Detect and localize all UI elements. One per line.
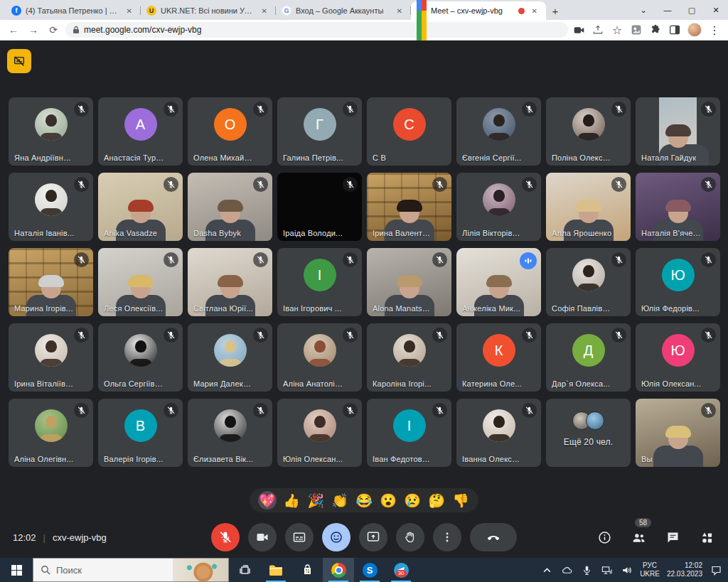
participant-tile[interactable]: ААнастасія Тург... — [98, 97, 183, 166]
browser-tab[interactable]: GВход – Google Аккаунты✕ — [276, 1, 411, 20]
reaction-button[interactable]: 👍 — [282, 491, 301, 510]
reaction-button[interactable]: 😮 — [379, 491, 397, 510]
tab-close-icon[interactable]: ✕ — [394, 6, 405, 16]
extensions-puzzle-icon[interactable] — [649, 23, 662, 36]
reactions-button[interactable] — [322, 523, 350, 551]
participant-tile[interactable]: Леся Олексіїв... — [98, 248, 183, 316]
more-options-button[interactable] — [433, 523, 461, 551]
participant-tile[interactable]: Марина Ігорів... — [9, 248, 93, 316]
reaction-button[interactable]: 💖 — [258, 491, 277, 510]
chrome-taskbar-button[interactable] — [323, 558, 354, 582]
onedrive-icon[interactable] — [560, 564, 573, 576]
raise-hand-button[interactable] — [396, 523, 424, 551]
telegram-taskbar-button[interactable]: 30 — [385, 558, 417, 582]
reaction-button[interactable]: 👎 — [451, 491, 470, 510]
people-button[interactable]: 58 — [630, 529, 647, 546]
media-camera-indicator-icon[interactable] — [572, 23, 585, 36]
participant-tile[interactable]: ЮЮлія Олексан... — [636, 323, 720, 392]
participant-tile[interactable]: Ірина Віталіївн... — [9, 323, 93, 392]
action-center-icon[interactable] — [710, 564, 722, 576]
presentation-blocked-chip[interactable] — [7, 49, 31, 73]
taskbar-search-input[interactable]: Поиск — [33, 558, 229, 582]
forward-button[interactable]: → — [26, 22, 41, 38]
skype-taskbar-button[interactable]: S — [354, 558, 385, 582]
present-button[interactable] — [359, 523, 387, 551]
extension-photos-icon[interactable] — [630, 23, 643, 36]
reaction-button[interactable]: 😢 — [403, 491, 422, 510]
volume-icon[interactable] — [620, 564, 633, 576]
language-indicator[interactable]: РУС UKRE — [640, 561, 660, 578]
search-highlight-image[interactable] — [173, 559, 228, 581]
participant-tile[interactable]: Лілія Вікторівн... — [456, 173, 541, 241]
address-bar[interactable]: meet.google.com/cxv-ewjp-vbg — [65, 22, 568, 38]
reaction-button[interactable]: 😂 — [355, 491, 373, 510]
participant-tile[interactable]: ЮЮлія Федорів... — [636, 248, 720, 316]
participant-tile[interactable]: ДДар`я Олекса... — [546, 323, 631, 392]
participant-tile[interactable]: ГГалина Петрів... — [277, 97, 362, 166]
participant-tile[interactable]: ВВалерія Ігорів... — [98, 399, 183, 467]
mic-toggle-button[interactable] — [211, 523, 240, 551]
browser-tab[interactable]: UUKR.NET: Всі новини України, о✕ — [141, 1, 276, 20]
participant-tile[interactable]: Поліна Олекса... — [546, 97, 631, 166]
window-minimize-button[interactable]: — — [655, 0, 680, 20]
participant-tile[interactable]: ООлена Михайл... — [188, 97, 272, 166]
reaction-button[interactable]: 🤔 — [427, 491, 446, 510]
participant-tile[interactable]: Юлія Олексан... — [277, 399, 362, 467]
captions-button[interactable] — [285, 523, 314, 551]
bookmark-star-icon[interactable]: ☆ — [611, 23, 623, 36]
microsoft-store-button[interactable] — [291, 558, 323, 582]
participant-tile[interactable]: Ірина Валенти... — [367, 173, 451, 241]
participant-tile[interactable]: Іванна Олекса... — [456, 399, 541, 467]
participant-tile[interactable]: Аліна Олегівн... — [9, 399, 93, 467]
activities-button[interactable] — [698, 529, 715, 546]
network-icon[interactable] — [600, 564, 613, 576]
participant-tile[interactable]: ІІван Ігорович ... — [277, 248, 362, 316]
participant-tile[interactable]: Ольга Сергіївн... — [98, 323, 183, 392]
tab-close-icon[interactable]: ✕ — [529, 6, 540, 16]
participant-tile[interactable]: Світлана Юрії... — [188, 248, 272, 316]
participant-tile[interactable]: Наталія В'ячес... — [636, 173, 720, 241]
participant-tile[interactable]: Кароліна Ігорі... — [367, 323, 451, 392]
back-button[interactable]: ← — [6, 22, 21, 38]
participant-tile[interactable]: Яна Андріївна ... — [9, 97, 93, 166]
taskbar-clock[interactable]: 12:02 22.03.2023 — [667, 561, 702, 578]
participant-tile[interactable]: Аліна Анатолії... — [277, 323, 362, 392]
microphone-tray-icon[interactable] — [580, 564, 593, 576]
participant-tile[interactable]: Мария Далеко... — [188, 323, 272, 392]
participant-tile[interactable]: Вы — [636, 399, 720, 467]
participant-tile[interactable]: ККатерина Оле... — [456, 323, 541, 392]
side-panel-icon[interactable] — [668, 23, 681, 36]
participant-tile[interactable]: ІІван Федотови... — [367, 399, 451, 467]
participant-tile[interactable]: Єлизавета Вік... — [188, 399, 272, 467]
window-close-button[interactable]: ✕ — [704, 0, 728, 20]
browser-menu-kebab-icon[interactable]: ⋮ — [708, 23, 721, 36]
end-call-button[interactable] — [470, 523, 517, 551]
participant-tile[interactable]: Іраіда Володи... — [277, 173, 362, 241]
new-tab-button[interactable]: + — [546, 1, 564, 20]
start-button[interactable] — [0, 558, 33, 582]
browser-tab[interactable]: f(4) Татьяна Петренко | Facebook✕ — [6, 1, 141, 20]
tab-close-icon[interactable]: ✕ — [259, 6, 270, 16]
participant-tile[interactable]: Alona Manatsk... — [367, 248, 451, 316]
camera-toggle-button[interactable] — [248, 523, 277, 551]
participant-tile[interactable]: Анжеліка Мик... — [456, 248, 541, 316]
window-maximize-button[interactable]: ▢ — [680, 0, 704, 20]
reload-button[interactable]: ⟳ — [46, 22, 61, 38]
tab-close-icon[interactable]: ✕ — [124, 6, 135, 16]
reaction-button[interactable]: 🎉 — [306, 491, 325, 510]
share-icon[interactable] — [592, 23, 604, 36]
participant-tile[interactable]: Наталя Гайдук — [636, 97, 720, 166]
participant-tile[interactable]: Софія Павлівн... — [546, 248, 631, 316]
task-view-button[interactable] — [229, 558, 260, 582]
reaction-button[interactable]: 👏 — [331, 491, 349, 510]
browser-tab[interactable]: Meet – cxv-ewjp-vbg✕ — [411, 1, 546, 20]
profile-avatar[interactable] — [687, 23, 702, 37]
hidden-icons-chevron[interactable] — [540, 564, 553, 576]
participant-tile[interactable]: СС В — [367, 97, 451, 166]
meeting-details-button[interactable] — [596, 529, 613, 546]
participant-tile[interactable]: Dasha Bybyk — [188, 173, 272, 241]
participant-tile[interactable]: Anika Vasadze — [98, 173, 183, 241]
participant-tile[interactable]: Алла Ярошенко — [546, 173, 631, 241]
participant-tile[interactable]: Ещё 20 чел. — [546, 399, 631, 467]
chat-button[interactable] — [664, 529, 681, 546]
